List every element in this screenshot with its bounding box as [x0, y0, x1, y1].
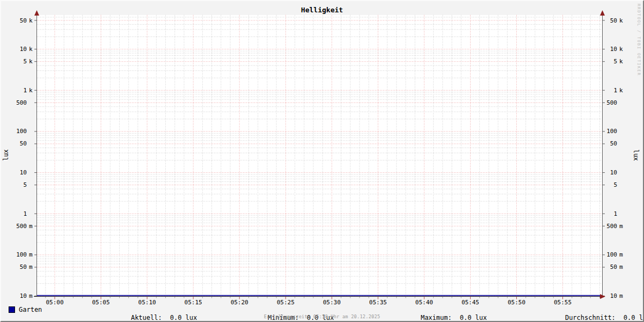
rrdtool-graph: Helligkeit lux lux RRDTOOL / TOBI OETIKE… — [0, 0, 644, 322]
y-tick-label-left: 100 — [16, 251, 27, 258]
x-tick-label: 05:20 — [231, 299, 248, 306]
y-tick-suffix-right: m — [619, 251, 623, 258]
y-tick-label-right: 50 — [610, 17, 617, 24]
y-tick-label-left: 10 — [20, 292, 27, 299]
y-tick-label-left: 100 — [16, 128, 27, 135]
y-tick-suffix-left: m — [29, 292, 33, 299]
y-tick-suffix-right: k — [619, 46, 623, 53]
y-tick-label-right: 100 — [606, 128, 617, 135]
y-tick-label-right: 50 — [610, 140, 617, 147]
series-label: Garten — [19, 306, 42, 313]
x-tick-label: 05:15 — [185, 299, 202, 306]
y-tick-label-right: 500 — [606, 99, 617, 106]
y-tick-label-left: 5 — [23, 181, 27, 188]
y-tick-suffix-right: m — [619, 223, 623, 230]
y-tick-label-left: 1 — [23, 210, 27, 217]
y-tick-label-left: 1 — [23, 87, 27, 94]
x-tick-label: 05:25 — [277, 299, 295, 306]
y-tick-suffix-right: m — [619, 292, 623, 299]
y-tick-suffix-right: m — [619, 264, 623, 270]
x-tick-label: 05:55 — [554, 299, 572, 306]
y-tick-label-left: 500 — [16, 99, 27, 106]
y-tick-label-right: 50 — [610, 264, 617, 270]
x-tick-label: 05:35 — [369, 299, 387, 306]
creation-timestamp: Erstellungszeit: 05:58 Uhr am 20.12.2025 — [1, 314, 643, 319]
x-tick-label: 05:05 — [92, 299, 109, 306]
x-tick-label: 05:45 — [462, 299, 479, 306]
x-tick-label: 05:10 — [138, 299, 156, 306]
y-tick-label-left: 50 — [20, 17, 27, 24]
y-tick-suffix-left: k — [29, 87, 33, 94]
y-tick-suffix-left: k — [29, 17, 33, 24]
y-axis-arrow-right — [600, 10, 605, 16]
y-tick-label-left: 50 — [20, 264, 27, 270]
y-tick-label-right: 100 — [606, 251, 617, 258]
series-color-swatch — [9, 306, 15, 313]
y-tick-suffix-right: k — [619, 58, 623, 65]
chart-plot-area: 50k50k10k10k5k5k1k1k50050010010050501010… — [1, 1, 643, 321]
y-axis-arrow-left — [34, 10, 39, 16]
y-tick-suffix-left: k — [29, 58, 33, 65]
x-tick-label: 05:30 — [323, 299, 341, 306]
y-tick-label-left: 500 — [16, 223, 27, 230]
y-tick-suffix-right: k — [619, 87, 623, 94]
legend: Garten — [9, 306, 42, 313]
y-tick-label-right: 5 — [613, 58, 617, 65]
plot-canvas — [37, 15, 602, 297]
y-tick-label-right: 1 — [613, 87, 617, 94]
y-tick-label-left: 5 — [23, 58, 27, 65]
y-tick-label-left: 50 — [20, 140, 27, 147]
y-tick-label-right: 1 — [613, 210, 617, 217]
y-tick-label-right: 10 — [610, 169, 617, 176]
y-tick-label-left: 10 — [20, 46, 27, 53]
y-tick-suffix-left: m — [29, 223, 33, 230]
x-tick-label: 05:00 — [46, 299, 63, 306]
y-tick-suffix-left: m — [29, 264, 33, 270]
y-tick-label-right: 10 — [610, 46, 617, 53]
y-tick-suffix-right: k — [619, 17, 623, 24]
y-tick-suffix-left: k — [29, 46, 33, 53]
y-tick-suffix-left: m — [29, 251, 33, 258]
y-tick-label-right: 500 — [606, 223, 617, 230]
x-tick-label: 05:50 — [508, 299, 525, 306]
x-tick-label: 05:40 — [415, 299, 433, 306]
y-tick-label-right: 5 — [613, 181, 617, 188]
y-tick-label-right: 10 — [610, 292, 617, 299]
y-tick-label-left: 10 — [20, 169, 27, 176]
